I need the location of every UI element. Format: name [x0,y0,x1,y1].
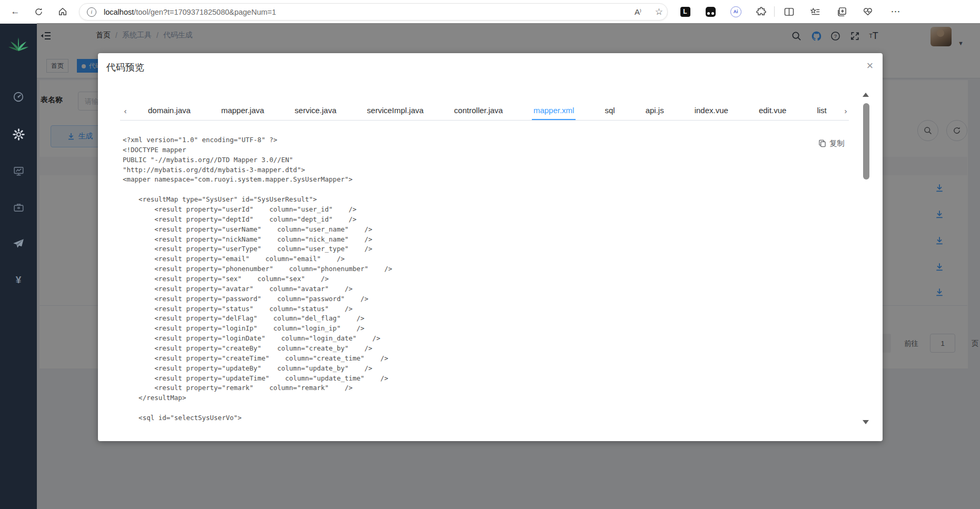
tab-list[interactable]: list [801,100,842,121]
scrollbar-down-icon[interactable] [863,420,869,424]
tab-api-js[interactable]: api.js [630,100,679,121]
extension-l-icon[interactable]: L [679,6,691,17]
toolbar-divider [774,6,775,17]
tabs-next-arrow-icon[interactable]: › [842,105,850,116]
tab-controller-java[interactable]: controller.java [439,100,518,121]
sidebar-item-monitor[interactable] [0,159,37,183]
url-text[interactable]: localhost/tool/gen?t=1709371825080&pageN… [104,8,276,16]
tab-edit-vue[interactable]: edit.vue [744,100,802,121]
tab-mapper-xml[interactable]: mapper.xml [518,100,590,121]
browser-essentials-icon[interactable] [862,6,874,17]
extension-dots-icon[interactable] [705,6,716,17]
address-bar[interactable]: i localhost/tool/gen?t=1709371825080&pag… [79,3,668,21]
scrollbar-up-icon[interactable] [863,93,869,97]
tab-domain-java[interactable]: domain.java [133,100,206,121]
dashboard-icon [13,91,24,103]
send-plane-icon [12,238,25,249]
dialog-close-icon[interactable]: × [863,58,877,73]
browser-refresh-icon[interactable] [31,4,46,19]
refresh-icon [34,7,43,16]
gear-icon [13,128,25,141]
url-host: localhost [104,8,134,16]
read-aloud-icon[interactable]: A) [635,7,641,16]
tab-index-vue[interactable]: index.vue [679,100,744,121]
dialog-title: 代码预览 [106,61,144,74]
code-preview-dialog: 代码预览 × ‹ domain.java mapper.java service… [98,53,883,441]
favorite-star-icon[interactable]: ☆ [655,6,663,17]
browser-toolbar: ← i localhost/tool/gen?t=1709371825080&p… [0,0,980,24]
collections-icon[interactable] [836,6,847,17]
url-path: /tool/gen?t=1709371825080&pageNum=1 [134,8,276,16]
tab-mapper-java[interactable]: mapper.java [206,100,280,121]
sidebar-item-system[interactable] [0,123,37,146]
code-tabs: domain.java mapper.java service.java ser… [120,100,849,121]
favorites-list-icon[interactable] [809,6,821,17]
tab-serviceimpl-java[interactable]: serviceImpl.java [352,100,439,121]
screen: ← i localhost/tool/gen?t=1709371825080&p… [0,0,980,509]
briefcase-icon [13,202,25,213]
monitor-chart-icon [13,165,25,177]
browser-more-icon[interactable]: ⋯ [890,6,902,17]
scrollbar-thumb[interactable] [863,103,869,179]
tab-sql[interactable]: sql [589,100,630,121]
sidebar-item-dashboard[interactable] [0,85,37,108]
browser-back-icon[interactable]: ← [7,4,23,19]
sidebar-item-tool[interactable] [0,196,37,219]
app-logo[interactable] [0,28,37,58]
code-content[interactable]: <?xml version="1.0" encoding="UTF-8" ?> … [123,135,849,433]
currency-yen-icon: ¥ [16,274,22,286]
extensions-puzzle-icon[interactable] [755,6,767,17]
sidebar-item-deploy[interactable] [0,232,37,255]
sidebar-item-finance[interactable]: ¥ [0,268,37,292]
logo-plant-icon [7,34,29,52]
browser-home-icon[interactable] [55,4,71,19]
split-screen-icon[interactable] [783,6,795,17]
extension-ai-icon[interactable]: Ai [730,6,741,17]
tab-service-java[interactable]: service.java [280,100,352,121]
sidebar: ¥ [0,23,37,509]
home-icon [58,7,67,16]
page-info-icon[interactable]: i [87,7,96,17]
